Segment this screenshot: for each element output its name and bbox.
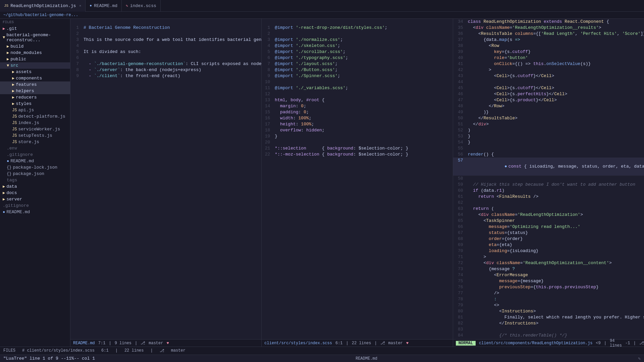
right-line-59: 59 // Hijack this step because I don't w…: [453, 182, 644, 188]
sidebar-bacterial-label: bacterial-genome-reconstruc...: [6, 33, 70, 43]
right-line-73: 73 {message ?: [453, 266, 644, 272]
sidebar-item-gitignore-inner[interactable]: .gitignore: [0, 152, 70, 158]
sidebar-item-serviceworker[interactable]: JS serviceWorker.js: [0, 126, 70, 132]
folder-icon-features: ▶: [12, 82, 14, 87]
sidebar-item-public[interactable]: ▶ public: [0, 56, 70, 62]
left-status-heart: ♥: [166, 341, 169, 346]
sidebar-item-readme-root[interactable]: ● README.md: [0, 209, 70, 215]
sidebar-item-data[interactable]: ▶ data: [0, 183, 70, 190]
middle-code-content[interactable]: 1 @import '-react-drop-zone/dist/styles.…: [262, 19, 452, 339]
mid-line-13: 13 html, body, #root {: [262, 97, 452, 103]
sidebar-item-packagelock[interactable]: {} package-lock.json: [0, 164, 70, 171]
right-line-47: 47 <Cell>{s.product}</Cell>: [453, 97, 644, 103]
sidebar-apijs-label: api.js: [18, 108, 34, 113]
sidebar-item-packagejson[interactable]: {} package.json: [0, 171, 70, 177]
sidebar-item-styles[interactable]: ▶ styles: [0, 101, 70, 107]
tab-readme-label: README.md: [94, 3, 117, 8]
tab-indexscss-label: index.scss: [130, 3, 156, 8]
right-line-36: 36 <ResultsTable columns={['Read Length'…: [453, 31, 644, 37]
right-line-37: 37 {data.map(s =>: [453, 37, 644, 43]
tab-readlength-close[interactable]: ✕: [79, 4, 81, 8]
status-left-section: FILES # client/src/styles/index.scss 6:1…: [3, 348, 641, 353]
breadcrumb-text: ~/github/bacterial-genome-re...: [3, 13, 78, 17]
left-code-content[interactable]: 1 # Bacterial Genome Reconstruction 2 3 …: [70, 19, 261, 339]
right-line-71: 71 >: [453, 254, 644, 260]
sidebar-item-git[interactable]: ▶ .git: [0, 25, 70, 32]
sidebar-item-docs[interactable]: ▶ docs: [0, 190, 70, 196]
folder-icon-styles: ▶: [12, 101, 14, 106]
sidebar-item-env[interactable]: .env: [0, 145, 70, 152]
right-line-64: 64 <div className='ReadLengthOptimizatio…: [453, 212, 644, 218]
folder-closed-icon: ▶: [3, 26, 5, 31]
sidebar-item-storejs[interactable]: JS store.js: [0, 139, 70, 145]
right-line-39: 39 key={s.cutoff}: [453, 49, 644, 55]
status-branch: master: [171, 348, 185, 353]
left-line-empty: [70, 19, 261, 25]
right-line-44: 44: [453, 79, 644, 85]
sidebar-item-features[interactable]: ▶ features: [0, 81, 70, 88]
sidebar-item-apijs[interactable]: JS api.js: [0, 107, 70, 113]
editor-area: 1 # Bacterial Genome Reconstruction 2 3 …: [70, 19, 644, 347]
right-line-70: 70 loading={isLoading}: [453, 248, 644, 254]
sidebar-item-gitignore-root[interactable]: .gitignore: [0, 202, 70, 209]
right-status-line-num: -1: [625, 341, 630, 346]
sidebar-item-assets[interactable]: ▶ assets: [0, 69, 70, 75]
right-line-43: 43 <Cell>{s.cutoff}</Cell>: [453, 73, 644, 79]
right-line-52: 52 ): [453, 127, 644, 133]
json-icon-packagejson: {}: [7, 172, 11, 176]
status-branch-icon: ⎇: [160, 348, 164, 353]
sidebar-item-server[interactable]: ▶ server: [0, 196, 70, 202]
right-line-74: 74 <ErrorMessage: [453, 272, 644, 278]
sidebar-item-src[interactable]: ▼ src: [0, 62, 70, 69]
middle-status-filename: client/src/styles/index.scss: [264, 341, 332, 346]
right-status-cursor: <9: [596, 341, 600, 346]
sidebar-gitignore-root-label: .gitignore: [3, 203, 29, 208]
tab-indexscss[interactable]: ✎ index.scss: [122, 0, 161, 12]
right-status-branch-icon: ⎇: [639, 341, 644, 346]
sidebar-item-bacterial[interactable]: ▼ bacterial-genome-reconstruc...: [0, 32, 70, 43]
right-line-77: 77 />: [453, 290, 644, 296]
right-line-65: 65 <TaskSpinner: [453, 218, 644, 224]
tab-readlength[interactable]: JS ReadLengthOptimization.js ✕: [0, 0, 86, 12]
folder-open-icon: ▼: [3, 35, 5, 40]
sidebar-item-tags[interactable]: tags: [0, 177, 70, 183]
right-line-83: 83: [453, 326, 644, 333]
sidebar-item-reducers[interactable]: ▶ reducers: [0, 94, 70, 101]
middle-status-pipe2: |: [374, 341, 377, 346]
mid-line-20: 20: [262, 139, 452, 145]
mid-line-21: 21 *::selection { background: $selection…: [262, 145, 452, 152]
right-line-53: 53 }: [453, 133, 644, 139]
sidebar-item-build[interactable]: ▶ build: [0, 43, 70, 50]
sidebar-indexjs-label: index.js: [18, 120, 39, 125]
left-line-7: 7 - `./bacterial-genome-reconstruction`:…: [70, 61, 261, 67]
right-line-42: 42 >: [453, 67, 644, 73]
right-code-content[interactable]: 34 class ReadLengthOptimization extends …: [453, 19, 644, 339]
sidebar-item-helpers[interactable]: ▶ helpers: [0, 88, 70, 94]
right-line-84: 84 {/* this.renderTable() */}: [453, 333, 644, 339]
status-cursor: 6:1: [101, 348, 109, 353]
left-status-lines: 9 lines: [115, 341, 131, 346]
mid-line-3: 3 @import './normalize.css';: [262, 37, 452, 43]
middle-status-cursor: 6:1: [335, 341, 343, 346]
mid-line-4: 4 @import './skeleton.css';: [262, 43, 452, 49]
left-status-branch-icon: ⎇: [141, 341, 145, 346]
sidebar-item-readme-inner[interactable]: ● README.md: [0, 158, 70, 164]
sidebar-styles-label: styles: [16, 101, 32, 106]
sidebar-item-components[interactable]: ▶ components: [0, 75, 70, 81]
left-status-filename: README.md: [73, 341, 95, 346]
mid-line-1: 1 @import '-react-drop-zone/dist/styles.…: [262, 25, 452, 31]
left-pane-status: README.md 7:1 | 9 lines | ⎇ master ♥: [70, 339, 261, 347]
left-line-3: 3 This is the source code for a web tool…: [70, 37, 261, 43]
sidebar-storejs-label: store.js: [18, 139, 39, 144]
right-line-45: 45 <Cell>{s.cutoff}</Cell>: [453, 85, 644, 91]
sidebar-item-indexjs[interactable]: JS index.js: [0, 120, 70, 126]
sidebar-item-setuptests[interactable]: JS setupTests.js: [0, 132, 70, 139]
folder-icon-src: ▼: [7, 63, 9, 68]
sidebar-item-nodemodules[interactable]: ▶ node_modules: [0, 50, 70, 56]
left-line-9: 9 - `./client`: the front-end (react): [70, 73, 261, 79]
left-editor-pane: 1 # Bacterial Genome Reconstruction 2 3 …: [70, 19, 262, 347]
sidebar-item-detectplatform[interactable]: JS detect-platform.js: [0, 113, 70, 120]
tab-readme[interactable]: ● README.md: [86, 0, 122, 12]
middle-status-heart: ♥: [406, 341, 409, 346]
mid-line-12: 12: [262, 91, 452, 97]
